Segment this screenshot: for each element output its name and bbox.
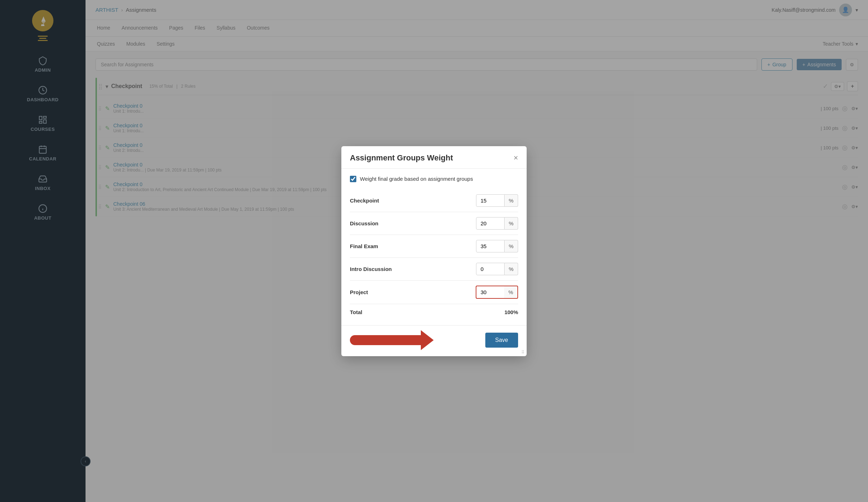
weight-input-group-project: % <box>476 286 518 299</box>
weight-input-checkpoint[interactable] <box>476 194 505 207</box>
weight-total-value: 100% <box>505 309 518 315</box>
weight-input-group-final-exam: % <box>476 240 518 252</box>
weight-input-group-discussion: % <box>476 217 518 230</box>
weight-row-intro-discussion: Intro Discussion % <box>350 258 518 281</box>
resize-handle: ⠿ <box>521 350 525 355</box>
weight-checkbox-row: Weight final grade based on assignment g… <box>350 176 518 182</box>
weight-input-final-exam[interactable] <box>476 240 505 252</box>
weight-input-project[interactable] <box>476 286 504 299</box>
weight-name-discussion: Discussion <box>350 220 476 226</box>
weight-input-group-intro-discussion: % <box>476 263 518 275</box>
weight-input-group-checkpoint: % <box>476 194 518 207</box>
weight-name-intro-discussion: Intro Discussion <box>350 266 476 272</box>
weight-row-final-exam: Final Exam % <box>350 235 518 258</box>
weight-row-discussion: Discussion % <box>350 212 518 235</box>
weight-pct-final-exam: % <box>505 240 518 252</box>
weight-checkbox-label: Weight final grade based on assignment g… <box>360 176 473 182</box>
assignment-groups-weight-modal: Assignment Groups Weight × Weight final … <box>341 146 527 356</box>
modal-overlay: Assignment Groups Weight × Weight final … <box>0 0 868 502</box>
weight-name-final-exam: Final Exam <box>350 243 476 249</box>
arrow-head <box>421 330 434 350</box>
weight-row-checkpoint: Checkpoint % <box>350 189 518 212</box>
modal-title: Assignment Groups Weight <box>350 153 453 163</box>
weight-row-project: Project % <box>350 281 518 304</box>
weight-name-checkpoint: Checkpoint <box>350 198 476 204</box>
weight-pct-project: % <box>504 286 518 299</box>
weight-pct-checkpoint: % <box>505 194 518 207</box>
weight-input-discussion[interactable] <box>476 217 505 230</box>
arrow-body <box>350 335 421 345</box>
weight-pct-discussion: % <box>505 217 518 230</box>
red-arrow <box>350 330 434 350</box>
weight-input-intro-discussion[interactable] <box>476 263 505 275</box>
weight-total-row: Total 100% <box>350 304 518 318</box>
modal-body: Weight final grade based on assignment g… <box>341 169 527 325</box>
arrow-container <box>350 331 485 350</box>
save-button[interactable]: Save <box>485 333 518 348</box>
weight-name-project: Project <box>350 289 476 295</box>
weight-total-label: Total <box>350 309 505 315</box>
modal-close-button[interactable]: × <box>513 154 518 162</box>
weight-checkbox[interactable] <box>350 176 356 182</box>
modal-header: Assignment Groups Weight × <box>341 146 527 169</box>
modal-footer: Save ⠿ <box>341 325 527 356</box>
weight-pct-intro-discussion: % <box>505 263 518 275</box>
